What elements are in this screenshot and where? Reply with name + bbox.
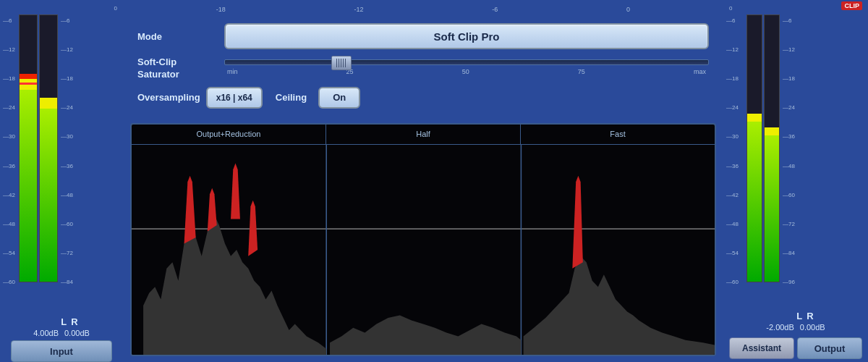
output-label: Output (814, 343, 846, 354)
scale-label: —60 (3, 279, 19, 285)
clip-badge: CLIP (841, 1, 862, 10)
analyzer-display (132, 145, 715, 355)
ceiling-value: On (333, 92, 346, 103)
left-panel: 0 —6 —12 —18 —24 —30 —36 —42 —48 —54 —60 (0, 0, 123, 362)
right-v-scale2: —6 —12 —18 —24 —36 —48 —60 —72 —84 —96 (780, 17, 806, 285)
analyzer-section-half: Half (326, 125, 521, 144)
slider-min: min (227, 68, 238, 75)
mode-label: Mode (137, 31, 224, 42)
left-r-meter-group (39, 14, 58, 315)
left-l-meter-group (19, 14, 38, 315)
saturator-row: Soft-ClipSaturator (137, 56, 709, 81)
right-meters-area: —6 —12 —18 —24 —30 —36 —42 —48 —54 —60 (726, 14, 865, 309)
left-meters-area: —6 —12 —18 —24 —30 —36 —42 —48 —54 —60 (3, 14, 120, 315)
left-v-scale2: —6 —12 —18 —24 —30 —36 —48 —60 —72 —84 (58, 17, 78, 285)
scale-label: —36 (3, 163, 19, 169)
scale--12: -12 (354, 6, 364, 19)
right-r-label: R (807, 311, 813, 321)
assistant-button[interactable]: Assistant (729, 337, 794, 359)
right-r-meter-group (764, 14, 780, 309)
scale-label: —30 (61, 133, 78, 140)
mode-button[interactable]: Soft Clip Pro (224, 23, 709, 49)
right-l-label: L (796, 311, 802, 321)
left-v-scale: —6 —12 —18 —24 —30 —36 —42 —48 —54 —60 (3, 17, 19, 285)
right-top-scale: CLIP 0 (726, 1, 865, 14)
scale-label: —42 (3, 192, 19, 198)
mode-row: Mode Soft Clip Pro (137, 23, 709, 49)
scale-label: —6 (61, 17, 78, 24)
left-trim-db: 0.00dB (64, 329, 90, 337)
scale--6: -6 (492, 6, 498, 19)
left-r-label: R (71, 316, 77, 327)
scale-label: —18 (61, 75, 78, 82)
analyzer-header: Output+Reduction Half Fast (132, 125, 715, 145)
scale-0: 0 (626, 6, 630, 19)
slider-50: 50 (462, 68, 469, 75)
scale-label: —6 (3, 17, 19, 24)
scale-label: —54 (3, 250, 19, 256)
scale-label: —48 (61, 192, 78, 198)
oversampling-row: Oversampling x16 | x64 Ceiling On (137, 87, 709, 109)
left-db-readouts: 4.00dB 0.00dB (33, 329, 90, 340)
analyzer-container: Output+Reduction Half Fast (130, 123, 716, 356)
slider-container: min 25 50 75 max (224, 56, 709, 75)
scale-label: —12 (61, 46, 78, 53)
analyzer-section-output: Output+Reduction (132, 125, 326, 144)
ceiling-label: Ceiling (276, 92, 307, 103)
right-l-meter-group (746, 14, 762, 309)
left-l-label: L (61, 316, 67, 327)
slider-scale: min 25 50 75 max (224, 68, 709, 75)
scale--18: -18 (216, 6, 226, 19)
input-label: Input (50, 346, 73, 357)
scale-label: —12 (3, 46, 19, 53)
output-button[interactable]: Output (797, 337, 862, 359)
saturator-label: Soft-ClipSaturator (137, 56, 224, 81)
ceiling-button[interactable]: On (318, 87, 360, 109)
scale-label: —30 (3, 133, 19, 140)
saturator-slider-thumb[interactable] (331, 56, 352, 70)
scale-label: —24 (3, 104, 19, 111)
scale-label: —72 (61, 250, 78, 256)
right-trim-db: 0.00dB (800, 323, 825, 332)
saturator-slider-track[interactable] (224, 59, 709, 65)
left-meter-labels: L R (45, 315, 77, 329)
left-gain-db: 4.00dB (33, 329, 59, 337)
main-container: 0 —6 —12 —18 —24 —30 —36 —42 —48 —54 —60 (0, 0, 868, 362)
scale-label: —36 (61, 163, 78, 169)
scale-label: —24 (61, 104, 78, 111)
right-gain-db: -2.00dB (766, 323, 794, 332)
top-scale: -18 -12 -6 0 (130, 6, 716, 19)
right-db-readouts: -2.00dB 0.00dB (766, 323, 825, 334)
scale-label: —48 (3, 221, 19, 227)
controls-area: Mode Soft Clip Pro Soft-ClipSaturator (130, 19, 716, 120)
center-section: -18 -12 -6 0 Mode Soft Clip Pro Soft-Cli… (123, 0, 723, 362)
right-bottom-buttons: Assistant Output (726, 334, 865, 362)
scale-label: —84 (61, 279, 78, 285)
slider-max: max (694, 68, 706, 75)
slider-grip (336, 59, 346, 67)
left-l-meter (19, 14, 38, 282)
oversampling-label: Oversampling (137, 92, 200, 103)
right-v-scale1: —6 —12 —18 —24 —30 —36 —42 —48 —54 —60 (726, 17, 745, 285)
right-r-meter (764, 14, 780, 282)
right-meter-labels: L R (778, 309, 813, 323)
oversampling-value: x16 | x64 (216, 93, 252, 103)
scale-label: —60 (61, 221, 78, 227)
oversampling-button[interactable]: x16 | x64 (206, 87, 263, 109)
spectrum-svg (132, 145, 715, 355)
scale-0: 0 (114, 5, 117, 12)
scale-label: —18 (3, 75, 19, 82)
assistant-label: Assistant (742, 343, 781, 353)
analyzer-section-fast: Fast (521, 125, 715, 144)
left-r-meter (39, 14, 58, 282)
right-scale-0: 0 (729, 5, 732, 12)
input-button[interactable]: Input (11, 340, 112, 362)
right-panel: CLIP 0 —6 —12 —18 —24 —30 —36 —42 —48 —5… (723, 0, 868, 362)
slider-75: 75 (578, 68, 585, 75)
mode-value: Soft Clip Pro (434, 30, 500, 43)
right-l-meter (746, 14, 762, 282)
left-top-scale: 0 (3, 1, 120, 14)
